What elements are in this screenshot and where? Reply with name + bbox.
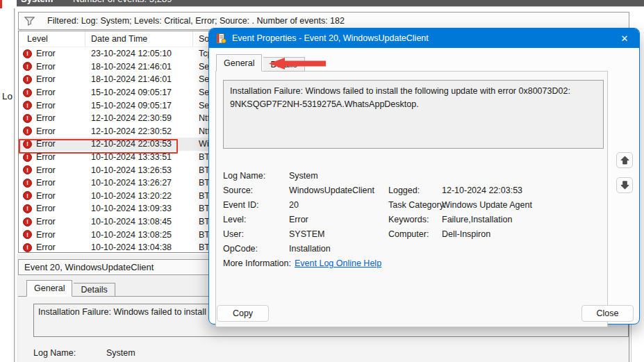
dialog-tab[interactable]: General bbox=[216, 54, 262, 72]
field-row: Log Name: System bbox=[223, 171, 374, 186]
field-row: Task Category: Windows Update Agent bbox=[388, 200, 532, 215]
row-level-cell: ! Error bbox=[19, 88, 85, 97]
row-datetime: 10-10-2024 13:08:45 bbox=[85, 217, 193, 227]
field-value: System bbox=[289, 171, 318, 181]
column-header-datetime[interactable]: Date and Time bbox=[85, 31, 193, 47]
field-row: Event ID: 20 bbox=[223, 200, 374, 215]
row-level: Error bbox=[36, 204, 56, 213]
field-label: Log Name: bbox=[223, 171, 289, 181]
filter-icon bbox=[24, 17, 35, 26]
row-datetime: 12-10-2024 22:03:53 bbox=[85, 139, 193, 149]
row-level-cell: ! Error bbox=[19, 113, 85, 123]
more-information-label: More Information: bbox=[223, 258, 295, 268]
previous-event-button[interactable] bbox=[616, 152, 633, 168]
preview-tab[interactable]: Details bbox=[74, 283, 115, 297]
arrow-up-icon bbox=[620, 156, 629, 165]
row-level-cell: ! Error bbox=[19, 49, 85, 58]
more-information-row: More Information: Event Log Online Help bbox=[223, 258, 381, 268]
row-level: Error bbox=[36, 178, 56, 188]
row-level: Error bbox=[36, 74, 56, 84]
field-value: Error bbox=[289, 215, 308, 224]
error-icon: ! bbox=[23, 126, 32, 135]
row-level-cell: ! Error bbox=[19, 126, 85, 136]
field-label: Task Category: bbox=[388, 200, 442, 210]
error-icon: ! bbox=[23, 204, 32, 213]
error-icon: ! bbox=[23, 165, 32, 174]
field-value: Failure,Installation bbox=[442, 215, 512, 224]
row-datetime: 10-10-2024 13:33:51 bbox=[85, 152, 193, 162]
preview-tabs: GeneralDetails bbox=[26, 280, 115, 297]
row-datetime: 12-10-2024 22:30:59 bbox=[85, 113, 193, 123]
dialog-title-bar[interactable]: Event Properties - Event 20, WindowsUpda… bbox=[209, 28, 639, 48]
field-value: Dell-Inspiron bbox=[442, 229, 490, 239]
row-datetime: 10-10-2024 13:26:53 bbox=[85, 165, 193, 175]
close-button[interactable]: Close bbox=[581, 305, 634, 322]
row-level: Error bbox=[36, 152, 56, 162]
row-datetime: 15-10-2024 09:05:17 bbox=[85, 101, 193, 110]
row-datetime: 23-10-2024 12:05:10 bbox=[85, 49, 193, 58]
error-icon: ! bbox=[23, 191, 32, 200]
row-level-cell: ! Error bbox=[19, 191, 85, 201]
column-header-level[interactable]: Level bbox=[19, 31, 85, 47]
row-level: Error bbox=[36, 139, 56, 149]
field-value: Installation bbox=[289, 244, 331, 254]
nav-clipped-label: Lo bbox=[2, 91, 13, 101]
row-level-cell: ! Error bbox=[19, 178, 85, 188]
dialog-fields-right: Logged: 12-10-2024 22:03:53 Task Categor… bbox=[388, 186, 532, 244]
annotation-arrow bbox=[268, 57, 327, 70]
preview-log-name-label: Log Name: bbox=[33, 348, 106, 358]
field-label: Event ID: bbox=[223, 200, 289, 210]
row-level: Error bbox=[36, 230, 56, 240]
row-level-cell: ! Error bbox=[19, 62, 85, 72]
log-name: System bbox=[21, 0, 53, 4]
error-icon: ! bbox=[23, 230, 32, 239]
row-level: Error bbox=[36, 62, 56, 72]
preview-tab[interactable]: General bbox=[26, 280, 72, 297]
close-icon[interactable]: ✕ bbox=[610, 28, 639, 48]
error-icon: ! bbox=[23, 75, 32, 84]
field-value: Windows Update Agent bbox=[442, 200, 532, 210]
row-level: Error bbox=[36, 113, 56, 123]
window-right-edge-highlight bbox=[631, 324, 631, 362]
row-level-cell: ! Error bbox=[19, 204, 85, 213]
event-description-line2: 9NKSQGP7F2NH-5319275A.WhatsAppDesktop. bbox=[230, 98, 597, 111]
error-icon: ! bbox=[23, 243, 32, 252]
row-level: Error bbox=[36, 101, 56, 110]
row-level-cell: ! Error bbox=[19, 165, 85, 175]
error-icon: ! bbox=[23, 49, 32, 58]
field-row: Source: WindowsUpdateClient bbox=[223, 186, 374, 200]
row-level-cell: ! Error bbox=[19, 74, 85, 84]
field-label: Source: bbox=[223, 186, 289, 195]
event-description-box[interactable]: Installation Failure: Windows failed to … bbox=[223, 80, 604, 149]
field-row: User: SYSTEM bbox=[223, 229, 374, 244]
field-value: SYSTEM bbox=[289, 229, 324, 239]
window-right-edge bbox=[629, 324, 629, 362]
copy-button[interactable]: Copy bbox=[217, 305, 269, 322]
field-value: 12-10-2024 22:03:53 bbox=[442, 186, 522, 195]
event-description-line1: Installation Failure: Windows failed to … bbox=[230, 85, 597, 98]
row-datetime: 10-10-2024 13:26:27 bbox=[85, 178, 193, 188]
field-row: Level: Error bbox=[223, 215, 374, 229]
error-icon: ! bbox=[23, 179, 32, 188]
error-icon: ! bbox=[23, 88, 32, 97]
row-datetime: 18-10-2024 21:46:01 bbox=[85, 62, 193, 72]
filter-text: Filtered: Log: System; Levels: Critical,… bbox=[47, 16, 345, 26]
event-properties-icon bbox=[216, 33, 226, 44]
field-row: Computer: Dell-Inspiron bbox=[388, 229, 532, 244]
preview-log-name-value: System bbox=[106, 348, 135, 358]
event-log-online-help-link[interactable]: Event Log Online Help bbox=[295, 258, 381, 268]
row-datetime: 18-10-2024 21:46:01 bbox=[85, 74, 193, 84]
dialog-title: Event Properties - Event 20, WindowsUpda… bbox=[232, 33, 429, 43]
field-label: Keywords: bbox=[388, 215, 442, 224]
row-level-cell: ! Error bbox=[19, 242, 85, 252]
row-level: Error bbox=[36, 165, 56, 175]
row-level: Error bbox=[36, 217, 56, 227]
events-count: Number of events: 5,289 bbox=[73, 0, 172, 4]
error-icon: ! bbox=[23, 140, 32, 149]
field-value: WindowsUpdateClient bbox=[289, 186, 374, 195]
error-icon: ! bbox=[23, 101, 32, 110]
row-level: Error bbox=[36, 191, 56, 201]
next-event-button[interactable] bbox=[616, 177, 633, 193]
row-datetime: 15-10-2024 09:05:17 bbox=[85, 88, 193, 97]
field-row: Logged: 12-10-2024 22:03:53 bbox=[388, 186, 532, 200]
